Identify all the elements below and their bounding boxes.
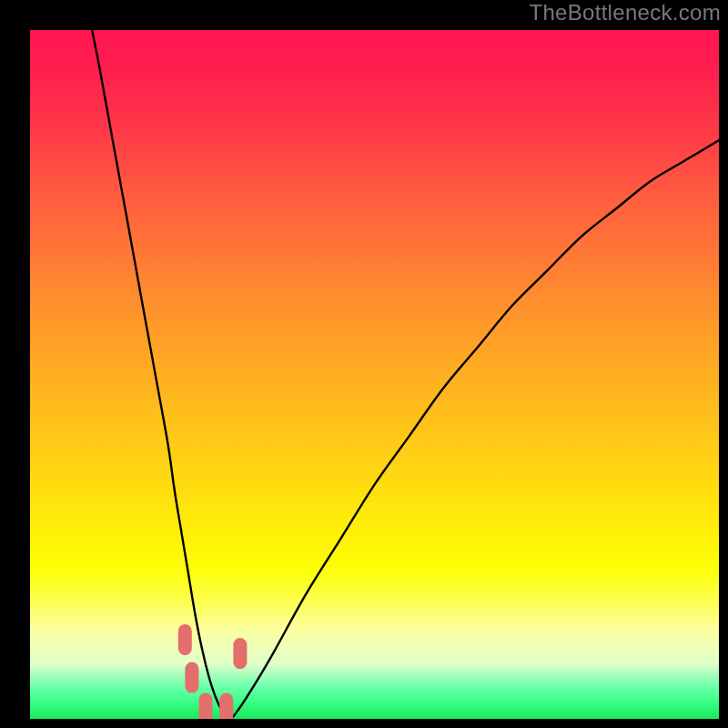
- watermark-text: TheBottleneck.com: [529, 0, 721, 25]
- chart-frame: TheBottleneck.com: [0, 0, 728, 728]
- gradient-background: [30, 30, 719, 719]
